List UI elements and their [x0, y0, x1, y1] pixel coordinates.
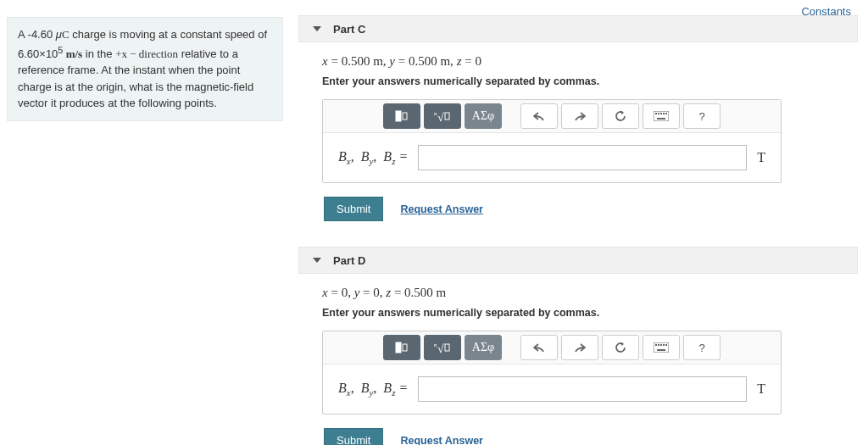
svg-rect-5 — [654, 111, 669, 121]
svg-text:√: √ — [437, 342, 444, 353]
svg-rect-7 — [658, 113, 659, 114]
answer-input[interactable] — [418, 376, 747, 402]
request-answer-link[interactable]: Request Answer — [400, 435, 482, 446]
svg-rect-20 — [660, 344, 662, 346]
answer-input[interactable] — [418, 145, 747, 170]
unit-label: T — [757, 150, 765, 165]
part-d: Part D x = 0, y = 0, z = 0.500 m Enter y… — [298, 247, 858, 445]
constants-link[interactable]: Constants — [801, 5, 851, 18]
undo-button[interactable] — [520, 335, 558, 360]
chevron-down-icon — [313, 26, 321, 31]
request-answer-link[interactable]: Request Answer — [400, 203, 482, 215]
svg-rect-17 — [654, 342, 669, 353]
svg-rect-8 — [660, 113, 662, 114]
svg-rect-19 — [658, 344, 659, 346]
equation: x = 0.500 m, y = 0.500 m, z = 0 — [322, 54, 834, 69]
submit-button[interactable]: Submit — [324, 428, 383, 445]
equation: x = 0, y = 0, z = 0.500 m — [322, 286, 834, 300]
instruction: Enter your answers numerically separated… — [322, 75, 834, 87]
help-button[interactable]: ? — [683, 335, 721, 360]
svg-rect-12 — [396, 342, 401, 353]
nth-root-button[interactable]: n√ — [424, 103, 461, 129]
svg-rect-10 — [665, 113, 667, 114]
template-button[interactable] — [383, 335, 420, 360]
help-button[interactable]: ? — [683, 103, 721, 129]
template-button[interactable] — [383, 103, 420, 129]
svg-rect-21 — [663, 344, 665, 346]
svg-rect-1 — [403, 113, 407, 120]
main-content: Part C x = 0.500 m, y = 0.500 m, z = 0 E… — [298, 15, 858, 445]
svg-rect-11 — [657, 118, 665, 120]
problem-text: A -4.60 μC charge is moving at a constan… — [18, 28, 267, 109]
svg-rect-9 — [663, 113, 665, 114]
answer-box: n√ ΑΣφ — [322, 331, 782, 414]
part-title: Part C — [333, 23, 365, 36]
part-c: Part C x = 0.500 m, y = 0.500 m, z = 0 E… — [298, 15, 858, 221]
greek-button[interactable]: ΑΣφ — [465, 335, 502, 360]
variable-label: Bx, By, Bz = — [338, 149, 408, 166]
answer-box: n√ ΑΣφ — [322, 99, 782, 183]
chevron-down-icon — [313, 258, 321, 263]
undo-button[interactable] — [520, 103, 558, 129]
part-header[interactable]: Part D — [298, 247, 858, 274]
equation-toolbar: n√ ΑΣφ — [323, 100, 781, 133]
part-header[interactable]: Part C — [298, 15, 858, 42]
reset-button[interactable] — [602, 335, 639, 360]
instruction: Enter your answers numerically separated… — [322, 307, 834, 319]
svg-rect-0 — [396, 111, 401, 121]
svg-rect-13 — [403, 344, 407, 351]
keyboard-button[interactable] — [643, 103, 680, 129]
problem-statement: A -4.60 μC charge is moving at a constan… — [7, 17, 283, 121]
reset-button[interactable] — [602, 103, 639, 129]
keyboard-button[interactable] — [643, 335, 680, 360]
redo-button[interactable] — [561, 103, 598, 129]
unit-label: T — [757, 381, 765, 397]
svg-rect-22 — [665, 344, 667, 346]
svg-rect-4 — [445, 113, 449, 120]
equation-toolbar: n√ ΑΣφ — [323, 331, 781, 364]
nth-root-button[interactable]: n√ — [424, 335, 461, 360]
variable-label: Bx, By, Bz = — [338, 381, 408, 398]
redo-button[interactable] — [561, 335, 598, 360]
svg-rect-23 — [657, 349, 665, 351]
svg-rect-16 — [445, 344, 449, 351]
submit-button[interactable]: Submit — [324, 197, 383, 221]
svg-rect-6 — [655, 113, 657, 114]
svg-rect-18 — [655, 344, 657, 346]
greek-button[interactable]: ΑΣφ — [465, 103, 502, 129]
svg-text:√: √ — [437, 111, 444, 122]
part-title: Part D — [333, 254, 365, 267]
